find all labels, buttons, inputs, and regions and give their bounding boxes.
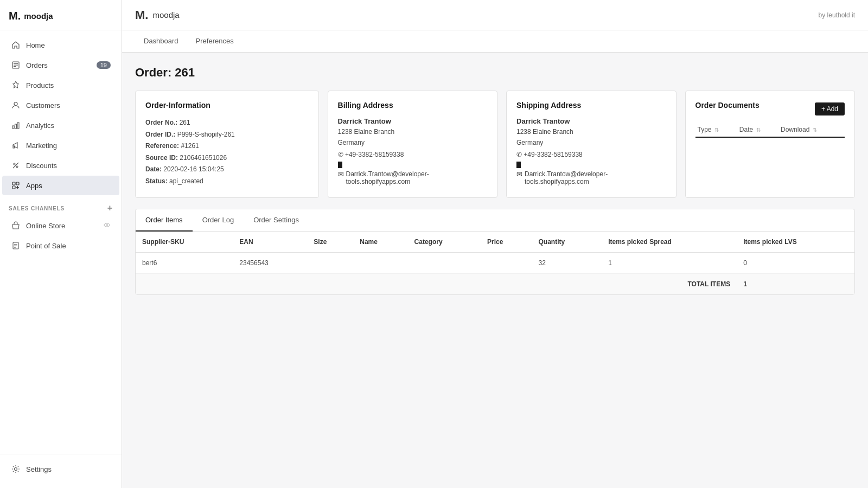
sidebar-bottom: Settings bbox=[0, 454, 122, 488]
home-icon bbox=[11, 40, 21, 50]
col-quantity: Quantity bbox=[532, 232, 602, 253]
sidebar-item-pos-label: Point of Sale bbox=[26, 242, 66, 250]
tab-dashboard[interactable]: Dashboard bbox=[135, 30, 187, 53]
field-reference-value: #1261 bbox=[181, 142, 199, 150]
sidebar-item-orders[interactable]: Orders 19 bbox=[2, 55, 119, 75]
main-content: M. moodja by leuthold it Dashboard Prefe… bbox=[122, 0, 868, 488]
sidebar-nav: Home Orders 19 Products Customers bbox=[0, 30, 122, 454]
sidebar-item-settings[interactable]: Settings bbox=[2, 459, 119, 479]
sidebar-logo-m: M. bbox=[9, 10, 21, 22]
shipping-heading: Shipping Address bbox=[516, 101, 666, 110]
field-order-id-value: P999-S-shopify-261 bbox=[177, 131, 235, 138]
sidebar: M. moodja Home Orders 19 Products bbox=[0, 0, 122, 488]
cell-quantity: 32 bbox=[532, 252, 602, 273]
total-row: TOTAL ITEMS 1 bbox=[136, 273, 854, 294]
doc-col-date: Date ⇅ bbox=[737, 123, 778, 137]
shipping-icon-row bbox=[516, 162, 666, 168]
shipping-email: Darrick.Trantow@developer-tools.shopifya… bbox=[525, 170, 666, 185]
type-sort-icon[interactable]: ⇅ bbox=[714, 127, 719, 133]
order-info-card: Order-Information Order No.: 261 Order I… bbox=[135, 91, 319, 198]
sidebar-item-customers[interactable]: Customers bbox=[2, 95, 119, 115]
shipping-country: Germany bbox=[516, 137, 666, 148]
shipping-black-square bbox=[516, 162, 521, 168]
products-icon bbox=[11, 80, 21, 90]
sidebar-item-home[interactable]: Home bbox=[2, 35, 119, 55]
tab-preferences[interactable]: Preferences bbox=[187, 30, 242, 53]
sales-channels-section: SALES CHANNELS + bbox=[0, 196, 122, 215]
billing-phone: ✆ +49-3382-58159338 bbox=[338, 151, 487, 158]
order-tabs-section: Order Items Order Log Order Settings Sup… bbox=[135, 209, 855, 295]
settings-icon bbox=[11, 464, 21, 474]
svg-point-9 bbox=[14, 163, 15, 165]
cell-size bbox=[307, 252, 353, 273]
items-table-body: bert6 23456543 32 1 0 TOTAL ITEMS 1 bbox=[136, 252, 854, 294]
documents-card: Order Documents + Add Type ⇅ Date ⇅ bbox=[685, 91, 855, 198]
shipping-name: Darrick Trantow bbox=[516, 117, 666, 125]
sidebar-item-products-label: Products bbox=[26, 81, 54, 89]
col-ean: EAN bbox=[233, 232, 307, 253]
sidebar-item-products[interactable]: Products bbox=[2, 75, 119, 95]
svg-point-10 bbox=[16, 166, 18, 168]
tab-order-settings[interactable]: Order Settings bbox=[244, 209, 309, 232]
shipping-phone-value: +49-3382-58159338 bbox=[524, 151, 582, 158]
app-header-left: M. moodja bbox=[135, 8, 180, 22]
svg-point-4 bbox=[14, 102, 17, 106]
col-items-picked-lvs: Items picked LVS bbox=[737, 232, 854, 253]
total-items-label: TOTAL ITEMS bbox=[136, 273, 737, 294]
pos-icon bbox=[11, 241, 21, 251]
sidebar-item-marketing[interactable]: Marketing bbox=[2, 136, 119, 155]
field-date-value: 2020-02-16 15:04:25 bbox=[163, 165, 224, 173]
order-tabs: Order Items Order Log Order Settings bbox=[136, 209, 854, 232]
svg-rect-5 bbox=[12, 126, 14, 129]
table-row: bert6 23456543 32 1 0 bbox=[136, 252, 854, 273]
billing-phone-value: +49-3382-58159338 bbox=[345, 151, 404, 158]
billing-address1: 1238 Elaine Branch bbox=[338, 126, 487, 137]
tab-order-log[interactable]: Order Log bbox=[193, 209, 244, 232]
app-header-by: by leuthold it bbox=[819, 11, 855, 19]
app-header-name: moodja bbox=[152, 10, 179, 20]
svg-point-15 bbox=[104, 223, 110, 227]
sidebar-item-discounts-label: Discounts bbox=[26, 162, 57, 170]
billing-country: Germany bbox=[338, 137, 487, 148]
add-document-button[interactable]: + Add bbox=[815, 102, 845, 115]
billing-heading: Billing Address bbox=[338, 101, 487, 110]
sidebar-item-apps[interactable]: Apps bbox=[2, 176, 119, 195]
cell-supplier-sku: bert6 bbox=[136, 252, 233, 273]
tab-order-items[interactable]: Order Items bbox=[136, 209, 193, 232]
sidebar-item-home-label: Home bbox=[26, 41, 45, 49]
sidebar-item-online-store[interactable]: Online Store bbox=[2, 216, 119, 235]
order-items-table: Supplier-SKU EAN Size Name Category Pric… bbox=[136, 232, 854, 294]
sidebar-item-apps-label: Apps bbox=[26, 182, 42, 190]
sidebar-item-analytics[interactable]: Analytics bbox=[2, 115, 119, 135]
shipping-phone-icon: ✆ bbox=[516, 151, 522, 158]
shipping-address1: 1238 Elaine Branch bbox=[516, 126, 666, 137]
field-source-id-value: 2106461651026 bbox=[180, 154, 227, 162]
sidebar-item-discounts[interactable]: Discounts bbox=[2, 156, 119, 175]
sidebar-item-customers-label: Customers bbox=[26, 101, 60, 110]
col-name: Name bbox=[353, 232, 407, 253]
svg-rect-7 bbox=[17, 123, 19, 129]
svg-rect-12 bbox=[12, 182, 15, 185]
sales-channels-add-icon[interactable]: + bbox=[107, 203, 113, 213]
billing-name: Darrick Trantow bbox=[338, 117, 487, 125]
order-title: Order: 261 bbox=[135, 66, 855, 80]
shipping-phone: ✆ +49-3382-58159338 bbox=[516, 151, 666, 158]
doc-col-type: Type ⇅ bbox=[695, 123, 737, 137]
cell-items-picked-lvs: 0 bbox=[737, 252, 854, 273]
marketing-icon bbox=[11, 140, 21, 150]
billing-card: Billing Address Darrick Trantow 1238 Ela… bbox=[328, 91, 497, 198]
sidebar-item-point-of-sale[interactable]: Point of Sale bbox=[2, 236, 119, 255]
col-price: Price bbox=[481, 232, 532, 253]
download-sort-icon[interactable]: ⇅ bbox=[813, 127, 817, 133]
analytics-icon bbox=[11, 120, 21, 130]
app-header: M. moodja by leuthold it bbox=[122, 0, 868, 30]
field-order-no-value: 261 bbox=[180, 119, 190, 126]
date-sort-icon[interactable]: ⇅ bbox=[756, 127, 761, 133]
orders-badge: 19 bbox=[97, 61, 111, 69]
billing-black-square bbox=[338, 162, 342, 168]
orders-icon bbox=[11, 60, 21, 70]
shipping-email-icon: ✉ bbox=[516, 170, 522, 178]
online-store-eye-icon[interactable] bbox=[103, 221, 111, 230]
svg-rect-6 bbox=[15, 124, 17, 129]
col-items-picked-spread: Items picked Spread bbox=[602, 232, 737, 253]
